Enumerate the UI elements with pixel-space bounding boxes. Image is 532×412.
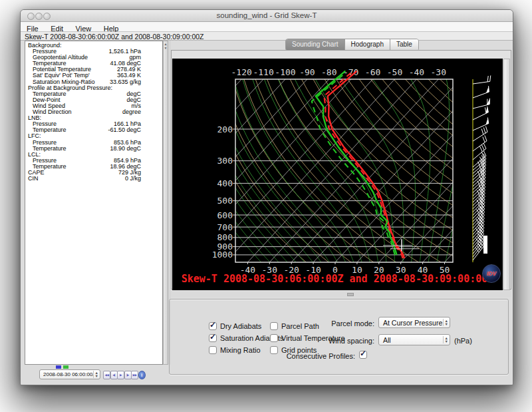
- time-animation-bar: 2008-08-30 06:00:00Z ▲▼ ◀◀◀|▶|▶▶▶i: [25, 365, 168, 382]
- left-panel-row: CIN0 J/kg: [25, 176, 162, 182]
- left-panel-row: Temperature18.90 degC: [25, 146, 162, 152]
- screenshot: sounding_wind - Grid Skew-T File Edit Vi…: [0, 0, 532, 412]
- parcel-mode-label: Parcel mode:: [308, 319, 374, 327]
- checkbox[interactable]: ✓: [209, 334, 217, 342]
- wind-spacing-label: Wind spacing:: [308, 337, 374, 345]
- go-first-button[interactable]: ◀◀: [103, 371, 110, 379]
- wind-spacing-select[interactable]: All ▲▼: [378, 334, 450, 345]
- window-title: sounding_wind - Grid Skew-T: [21, 11, 513, 19]
- idv-logo: IDV: [482, 264, 501, 283]
- skewt-chart[interactable]: -120-110-100-90-80-70-60-50-40-30-40-30-…: [172, 59, 503, 290]
- tab-hodograph[interactable]: Hodograph: [345, 39, 390, 51]
- svg-text:-50: -50: [387, 67, 402, 77]
- titlebar[interactable]: sounding_wind - Grid Skew-T: [21, 10, 513, 22]
- step-forward-button[interactable]: |▶: [124, 371, 132, 379]
- go-last-button[interactable]: ▶▶: [131, 371, 138, 379]
- menubar: File Edit View Help: [21, 22, 513, 32]
- consecutive-profiles-checkbox[interactable]: ✓: [359, 351, 367, 359]
- step-back-button[interactable]: ◀|: [110, 371, 118, 379]
- checkbox-label: Mixing Ratio: [220, 346, 261, 354]
- time-legend-swatch: [56, 365, 61, 369]
- svg-text:600: 600: [217, 210, 233, 220]
- svg-text:-30: -30: [431, 67, 446, 77]
- app-window: sounding_wind - Grid Skew-T File Edit Vi…: [20, 9, 513, 385]
- time-legend-swatch: [63, 365, 68, 369]
- wind-spacing-unit: (hPa): [454, 337, 472, 345]
- skewt-plot[interactable]: -120-110-100-90-80-70-60-50-40-30-40-30-…: [172, 59, 503, 290]
- time-select[interactable]: 2008-08-30 06:00:00Z ▲▼: [39, 369, 100, 379]
- checkbox[interactable]: ✓: [209, 322, 217, 330]
- svg-text:-120: -120: [231, 67, 252, 77]
- left-panel-row: Wind Directiondegree: [25, 109, 162, 115]
- left-panel-row: CAPE729 J/kg: [25, 170, 162, 176]
- left-panel-scrollbar[interactable]: ▲ ▼: [163, 41, 168, 365]
- scroll-down-icon[interactable]: ▼: [164, 47, 168, 50]
- svg-text:200: 200: [217, 124, 233, 134]
- parcel-mode-select[interactable]: At Cursor Pressure ▲▼: [378, 317, 450, 328]
- svg-text:-110: -110: [253, 67, 273, 77]
- checkbox-label: Dry Adiabats: [220, 322, 261, 330]
- stepper-arrows-icon[interactable]: ▲▼: [443, 336, 450, 343]
- left-panel-row: Temperature-61.50 degC: [25, 127, 162, 133]
- svg-text:400: 400: [217, 178, 233, 188]
- tab-sounding-chart[interactable]: Sounding Chart: [286, 39, 345, 51]
- checkbox[interactable]: ✓: [270, 334, 278, 342]
- divider-knob-icon[interactable]: [347, 293, 354, 296]
- checkbox[interactable]: ✓: [270, 322, 278, 330]
- chart-title: Skew-T 2008-08-30:06:00:00Z and 2008-08-…: [172, 273, 503, 285]
- chart-frame: -120-110-100-90-80-70-60-50-40-30-40-30-…: [171, 50, 511, 290]
- svg-text:-60: -60: [365, 67, 380, 77]
- consecutive-profiles-label: Consecutive Profiles:: [255, 352, 355, 360]
- svg-text:800: 800: [217, 232, 233, 242]
- svg-text:1000: 1000: [212, 250, 233, 260]
- left-panel-row: Temperature18.96 degC: [25, 164, 162, 170]
- svg-text:-100: -100: [275, 67, 295, 77]
- chart-vertical-scrollbar[interactable]: [503, 59, 510, 290]
- sounding-parameters-panel: Background:Pressure1,526.1 hPaGeopotenti…: [25, 41, 163, 365]
- checkbox[interactable]: ✓: [209, 346, 217, 354]
- stepper-arrows-icon[interactable]: ▲▼: [443, 319, 450, 326]
- svg-text:-90: -90: [299, 67, 315, 77]
- svg-text:500: 500: [217, 196, 233, 206]
- properties-button[interactable]: i: [138, 371, 146, 379]
- svg-text:700: 700: [217, 222, 233, 232]
- tab-table[interactable]: Table: [390, 39, 418, 51]
- chart-controls-divider[interactable]: [171, 292, 511, 297]
- play-button[interactable]: ▶: [117, 371, 124, 379]
- sounding-header-label: Skew-T 2008-08-30:06:00:00Z and 2008-08-…: [21, 32, 513, 41]
- svg-text:-80: -80: [321, 67, 336, 77]
- svg-text:-40: -40: [409, 67, 424, 77]
- stepper-arrows-icon[interactable]: ▲▼: [93, 371, 100, 378]
- svg-text:300: 300: [217, 156, 233, 166]
